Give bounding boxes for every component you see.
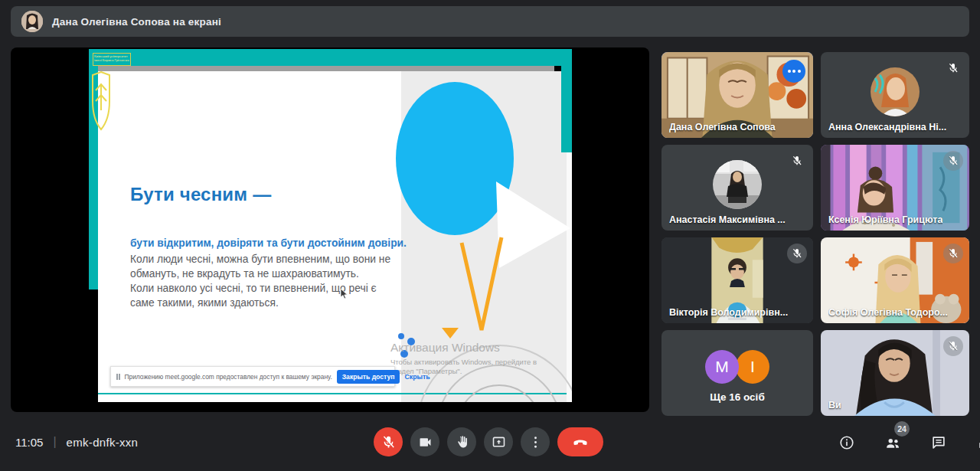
divider: |: [53, 435, 56, 449]
participant-tile-sofia[interactable]: Софія Олегівна Тодоро...: [821, 237, 969, 323]
self-view-label: Ви: [828, 400, 841, 410]
stop-sharing-button[interactable]: Закрыть доступ: [337, 370, 400, 384]
mic-off-icon: [943, 58, 963, 78]
more-options-button[interactable]: [521, 427, 550, 456]
mic-off-icon: [787, 244, 807, 263]
slide-title: Бути чесним —: [130, 184, 271, 205]
meeting-info: 11:05 | emk-dnfk-xxn: [15, 431, 138, 453]
hide-notice-button[interactable]: Скрыть: [404, 373, 430, 381]
participant-tile-anastasia[interactable]: Анастасія Максимівна ...: [662, 145, 813, 231]
mic-toggle-button[interactable]: [374, 427, 403, 456]
mic-off-icon: [943, 151, 963, 171]
info-icon: [838, 434, 855, 451]
participants-panel-button[interactable]: 24: [877, 427, 908, 458]
activities-button[interactable]: [969, 427, 980, 458]
chat-icon: [930, 434, 947, 451]
participant-name: Софія Олегівна Тодоро...: [828, 307, 948, 318]
participant-name: Анна Олександрівна Ні...: [828, 122, 946, 132]
university-shield-emblem-icon: [91, 70, 111, 132]
raise-hand-icon: [454, 434, 470, 450]
end-call-icon: [571, 433, 590, 451]
presenting-banner-text: Дана Олегівна Сопова на екрані: [52, 16, 221, 28]
slide-body-line: обмануть, не вкрадуть та не шахраюватиму…: [130, 267, 390, 281]
anna-avatar: [871, 67, 920, 116]
share-notice-text: Приложению meet.google.com предоставлен …: [125, 373, 332, 381]
meeting-code: emk-dnfk-xxn: [67, 436, 139, 449]
slide-body-line: Коли навколо усі чесні, то ти впевнений,…: [130, 281, 390, 296]
anna-avatar-image: [871, 67, 920, 116]
slide-lead-sentence: бути відкритим, довіряти та бути достойн…: [130, 237, 407, 249]
raise-hand-button[interactable]: [447, 427, 476, 456]
university-logo-line2: імені Бориса Грінченка: [94, 58, 129, 62]
mic-off-icon: [943, 336, 963, 356]
activities-icon: [976, 434, 980, 451]
overflow-avatars: M I: [705, 350, 769, 384]
more-participants-tile[interactable]: M I Ще 16 осіб: [662, 330, 813, 416]
mic-off-icon: [787, 151, 807, 171]
tile-menu-button[interactable]: [782, 60, 805, 83]
google-meet-window: Дана Олегівна Сопова на екрані: [0, 0, 980, 471]
slide-decor-shapes: [89, 49, 572, 402]
slide-body-line: саме такими, якими здаються.: [130, 296, 390, 310]
presentation-screen: Київський університет імені Бориса Грінч…: [89, 49, 572, 402]
more-participants-label: Ще 16 осіб: [662, 391, 813, 403]
meeting-details-button[interactable]: [831, 427, 862, 458]
participant-grid: Дана Олегівна Сопова Анна Олександрівна …: [662, 52, 969, 416]
call-controls: [374, 427, 603, 456]
presenter-avatar: [21, 11, 43, 32]
participant-tile-anna[interactable]: Анна Олександрівна Ні...: [821, 52, 969, 138]
participant-name: Вікторія Володимирівн...: [669, 307, 788, 318]
participant-count-badge: 24: [894, 421, 910, 437]
mic-off-icon: [381, 434, 397, 450]
participant-name: Дана Олегівна Сопова: [669, 122, 776, 132]
participant-tile-ksenia[interactable]: Ксенія Юріївна Грицюта: [821, 145, 969, 231]
university-logo-box: Київський університет імені Бориса Грінч…: [93, 53, 131, 66]
participant-name: Анастасія Максимівна ...: [669, 214, 786, 225]
screen-share-notice-bar: Приложению meet.google.com предоставлен …: [110, 366, 395, 387]
pause-icon: [116, 374, 120, 380]
mouse-cursor-icon: [340, 288, 348, 299]
anastasia-avatar-image: [713, 160, 762, 209]
camera-icon: [417, 434, 433, 450]
mic-off-icon: [943, 244, 963, 263]
chat-panel-button[interactable]: [923, 427, 954, 458]
meeting-panels: 24: [831, 427, 980, 458]
more-options-icon: [528, 434, 544, 450]
presenting-banner: Дана Олегівна Сопова на екрані: [11, 6, 969, 37]
slide-body-text: Коли люди чесні, можна бути впевненим, щ…: [130, 252, 390, 310]
end-call-button[interactable]: [557, 427, 603, 456]
self-view-tile[interactable]: Ви: [821, 330, 969, 416]
clock-time: 11:05: [15, 436, 43, 449]
participant-tile-dana[interactable]: Дана Олегівна Сопова: [662, 52, 813, 138]
participant-tile-viktoria[interactable]: Вікторія Володимирівн...: [662, 237, 813, 323]
slide-body-line: Коли люди чесні, можна бути впевненим, щ…: [130, 252, 390, 267]
presenter-avatar-image: [21, 11, 43, 32]
overflow-avatar-m: M: [705, 350, 739, 384]
present-screen-button[interactable]: [484, 427, 513, 456]
camera-toggle-button[interactable]: [410, 427, 439, 456]
shared-screen-tile[interactable]: Київський університет імені Бориса Грінч…: [11, 47, 649, 412]
participant-name: Ксенія Юріївна Грицюта: [828, 214, 942, 225]
overflow-avatar-i: I: [736, 350, 769, 384]
present-screen-icon: [491, 434, 507, 450]
anastasia-avatar: [713, 160, 762, 209]
participants-icon: [884, 434, 901, 451]
